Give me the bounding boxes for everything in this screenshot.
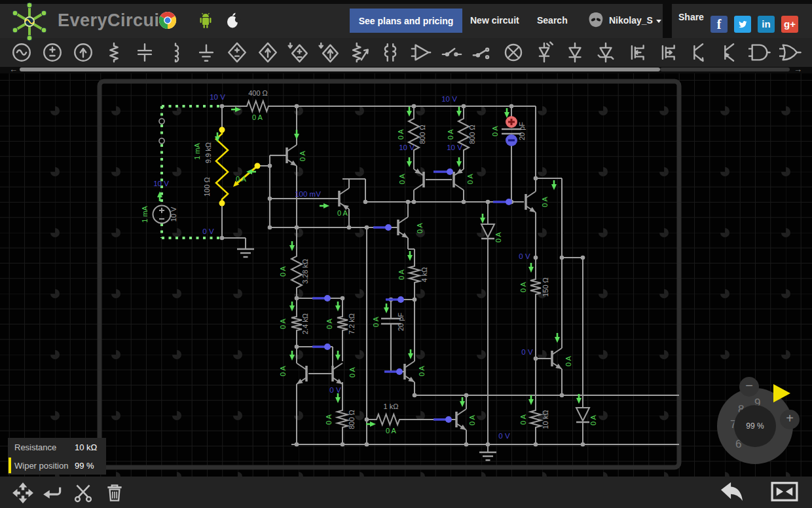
schematic-canvas[interactable]: 10 V10 V0 V10 V10 V10 V100 mV0 V0 V0 V0 … <box>0 73 812 477</box>
svg-text:10 kΩ: 10 kΩ <box>542 410 549 429</box>
spdt-switch-tool-icon[interactable] <box>470 40 495 65</box>
svg-text:0 A: 0 A <box>519 414 527 425</box>
search-link[interactable]: Search <box>537 15 568 26</box>
linkedin-icon[interactable]: in <box>758 16 775 33</box>
and-gate-tool-icon[interactable] <box>747 40 772 65</box>
current-source-tool-icon[interactable] <box>71 40 96 65</box>
svg-text:0 A: 0 A <box>386 427 397 435</box>
svg-text:10 V: 10 V <box>441 95 457 103</box>
svg-text:0 A: 0 A <box>519 281 527 292</box>
svg-text:400 Ω: 400 Ω <box>248 89 268 97</box>
user-avatar[interactable] <box>587 11 605 29</box>
svg-text:0 A: 0 A <box>348 366 356 378</box>
svg-text:0 A: 0 A <box>325 414 333 425</box>
or-gate-tool-icon[interactable] <box>778 40 803 65</box>
spst-switch-tool-icon[interactable] <box>439 40 464 65</box>
svg-text:0 A: 0 A <box>466 173 474 184</box>
svg-text:800 Ω: 800 Ω <box>348 410 356 429</box>
svg-text:1 mA: 1 mA <box>141 206 149 223</box>
resistor-tool-icon[interactable] <box>101 40 126 65</box>
cut-icon[interactable] <box>72 482 94 504</box>
svg-text:0 A: 0 A <box>398 173 406 184</box>
cccs-tool-icon[interactable] <box>317 40 342 65</box>
googleplus-icon[interactable]: g+ <box>781 16 798 33</box>
username-label: Nikolay_S <box>609 15 653 26</box>
lamp-tool-icon[interactable] <box>501 40 526 65</box>
circuit-canvas[interactable]: 10 V10 V0 V10 V10 V10 V100 mV0 V0 V0 V0 … <box>0 73 812 477</box>
brand-title: EveryCircuit <box>58 10 166 31</box>
diode-tool-icon[interactable] <box>563 40 587 65</box>
opamp-tool-icon[interactable] <box>409 40 434 65</box>
new-circuit-link[interactable]: New circuit <box>470 15 519 26</box>
flip-icon[interactable] <box>42 482 64 504</box>
svg-text:0 V: 0 V <box>202 227 214 235</box>
svg-text:150 Ω: 150 Ω <box>542 277 549 297</box>
undo-icon[interactable] <box>718 480 747 503</box>
scrollbar-track[interactable] <box>660 68 790 71</box>
everycircuit-app: EveryCircuit <box>0 0 812 508</box>
scrollbar-thumb[interactable] <box>20 68 660 71</box>
svg-text:9.9 kΩ: 9.9 kΩ <box>204 142 212 163</box>
wiper-position-row[interactable]: Wiper position 99 % <box>8 456 106 475</box>
pmos-tool-icon[interactable] <box>655 40 680 65</box>
vcvs-tool-icon[interactable] <box>225 40 249 65</box>
nmos-tool-icon[interactable] <box>624 40 649 65</box>
zener-tool-icon[interactable] <box>593 40 618 65</box>
svg-text:800 Ω: 800 Ω <box>418 125 426 144</box>
components-pinwheel-icon[interactable] <box>12 482 34 504</box>
potentiometer-tool-icon[interactable] <box>347 40 372 65</box>
ac-source-tool-icon[interactable] <box>9 40 34 65</box>
svg-text:0 A: 0 A <box>325 318 333 329</box>
svg-text:0 A: 0 A <box>279 318 287 329</box>
apple-icon[interactable] <box>224 11 242 29</box>
property-value: 10 kΩ <box>75 442 97 452</box>
svg-text:100 mV: 100 mV <box>295 190 321 198</box>
scroll-left-icon[interactable]: ← <box>9 64 18 74</box>
property-value: 99 % <box>75 461 94 471</box>
vccs-tool-icon[interactable] <box>255 40 280 65</box>
scroll-right-icon[interactable]: → <box>794 64 802 74</box>
svg-text:0 A: 0 A <box>541 196 549 207</box>
user-menu[interactable]: Nikolay_S <box>609 15 661 26</box>
twitter-icon[interactable] <box>734 16 751 33</box>
svg-text:1 mA: 1 mA <box>193 143 201 160</box>
facebook-icon[interactable]: f <box>710 16 728 33</box>
share-label: Share <box>678 12 704 22</box>
svg-text:2.4 kΩ: 2.4 kΩ <box>301 313 309 334</box>
share-section: Share f in g+ <box>672 4 812 38</box>
delete-icon[interactable] <box>103 482 126 504</box>
svg-text:0 V: 0 V <box>519 252 530 260</box>
component-toolbar <box>0 38 812 67</box>
fit-screen-icon[interactable] <box>770 480 799 503</box>
svg-text:0 A: 0 A <box>236 175 247 183</box>
ccvs-tool-icon[interactable] <box>286 40 311 65</box>
svg-text:0 A: 0 A <box>397 269 405 280</box>
resistance-row[interactable]: Resistance 10 kΩ <box>8 438 106 456</box>
ground-tool-icon[interactable] <box>194 40 219 65</box>
see-plans-button[interactable]: See plans and pricing <box>350 9 462 33</box>
svg-text:0 A: 0 A <box>279 265 287 277</box>
svg-text:7.2 kΩ: 7.2 kΩ <box>348 313 356 334</box>
led-tool-icon[interactable] <box>532 40 557 65</box>
pnp-tool-icon[interactable] <box>716 40 741 65</box>
svg-text:100 Ω: 100 Ω <box>203 177 211 197</box>
svg-text:0 V: 0 V <box>521 348 533 356</box>
svg-text:10 V: 10 V <box>399 144 415 151</box>
property-inspector: Resistance 10 kΩ Wiper position 99 % <box>8 438 106 475</box>
npn-tool-icon[interactable] <box>686 40 710 65</box>
svg-text:0 A: 0 A <box>337 209 348 217</box>
selected-marker <box>9 458 11 473</box>
transformer-tool-icon[interactable] <box>378 40 403 65</box>
bottom-toolbar <box>0 477 812 508</box>
android-icon[interactable] <box>196 11 215 29</box>
svg-text:0 A: 0 A <box>491 125 499 136</box>
battery-tool-icon[interactable] <box>40 40 65 65</box>
increase-button[interactable]: + <box>780 410 800 429</box>
svg-text:0 A: 0 A <box>564 355 572 366</box>
everycircuit-logo-icon[interactable] <box>8 0 51 41</box>
decrease-button[interactable]: − <box>739 377 759 397</box>
inductor-tool-icon[interactable] <box>163 40 188 65</box>
capacitor-tool-icon[interactable] <box>132 40 157 65</box>
chrome-icon[interactable] <box>158 11 177 29</box>
svg-text:0 A: 0 A <box>416 222 424 233</box>
